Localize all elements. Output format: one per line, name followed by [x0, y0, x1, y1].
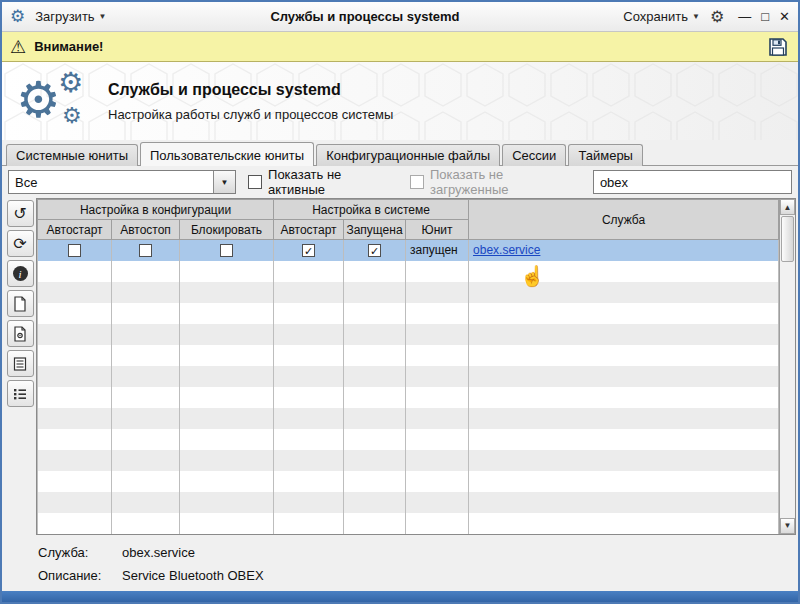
load-menu-button[interactable]: Загрузить ▼ [31, 6, 110, 27]
info-icon: i [13, 266, 28, 281]
info-button[interactable]: i [7, 260, 34, 287]
tab-sessions[interactable]: Сессии [502, 144, 566, 166]
search-input[interactable] [593, 170, 792, 194]
chevron-down-icon: ▼ [692, 12, 700, 21]
vertical-scrollbar[interactable]: ▲ ▼ [779, 199, 795, 534]
running-checkbox[interactable]: ✓ [368, 244, 381, 257]
page-subtitle: Настройка работы служб и процессов систе… [108, 107, 393, 122]
scroll-down-button[interactable]: ▼ [780, 518, 795, 534]
history-button[interactable]: ↺ [7, 200, 34, 227]
main-area: ↺ ⟳ i [2, 198, 798, 535]
service-value: obex.service [122, 545, 195, 560]
scrollbar-thumb[interactable] [781, 216, 794, 262]
table-row-empty[interactable] [38, 303, 779, 324]
table-row-empty[interactable] [38, 282, 779, 303]
save-menu-label: Сохранить [623, 9, 688, 24]
settings-gear-icon[interactable]: ⚙ [710, 9, 724, 25]
autostart-config-checkbox[interactable] [68, 244, 81, 257]
save-menu-button[interactable]: Сохранить ▼ [619, 6, 704, 27]
load-menu-label: Загрузить [35, 9, 94, 24]
floppy-icon [767, 36, 789, 58]
app-gear-icon: ⚙ [10, 8, 25, 25]
column-header-autostart-system: Автостарт [274, 220, 344, 240]
scrollbar-track[interactable] [780, 263, 795, 518]
show-inactive-checkbox[interactable]: Показать не активные [248, 167, 398, 197]
table-row-empty[interactable] [38, 387, 779, 408]
titlebar: ⚙ Загрузить ▼ Службы и процессы systemd … [2, 2, 798, 32]
autostart-system-checkbox[interactable]: ✓ [302, 244, 315, 257]
filter-dropdown-value: Все [9, 171, 213, 193]
page-title: Службы и процессы systemd [108, 81, 393, 99]
list-units-button[interactable] [7, 380, 34, 407]
block-checkbox[interactable] [220, 244, 233, 257]
tab-bar: Системные юниты Пользовательские юниты К… [2, 140, 798, 166]
table-row-selected[interactable]: ✓ ✓ запущен obex.service [38, 240, 779, 261]
table-row-empty[interactable] [38, 261, 779, 282]
file-icon [12, 296, 28, 312]
details-panel: Служба: obex.service Описание: Service B… [2, 535, 798, 591]
table-row-empty[interactable] [38, 450, 779, 471]
filter-dropdown[interactable]: Все ▼ [8, 170, 236, 194]
file-lines-icon [12, 356, 28, 372]
close-button[interactable]: ✕ [779, 10, 790, 23]
filter-row: Все ▼ Показать не активные Показать не з… [2, 166, 798, 198]
show-inactive-label: Показать не активные [268, 167, 398, 197]
show-unloaded-checkbox: Показать не загруженные [410, 167, 581, 197]
warning-icon: ⚠ [10, 38, 26, 56]
units-table-body: ✓ ✓ запущен obex.service [38, 240, 779, 534]
chevron-down-icon: ▼ [99, 12, 107, 21]
table-row-empty[interactable] [38, 345, 779, 366]
scroll-up-button[interactable]: ▲ [780, 199, 795, 215]
app-window: ⚙ Загрузить ▼ Службы и процессы systemd … [0, 0, 800, 604]
gear-small-icon: ⚙ [62, 105, 82, 127]
description-value: Service Bluetooth OBEX [122, 568, 264, 583]
maximize-button[interactable]: □ [761, 10, 769, 23]
tab-user-units[interactable]: Пользовательские юниты [140, 142, 314, 166]
column-header-autostart-config: Автостарт [38, 220, 112, 240]
units-table-container: Настройка в конфигурации Настройка в сис… [36, 198, 796, 535]
tab-config-files[interactable]: Конфигурационные файлы [316, 144, 500, 166]
units-table: Настройка в конфигурации Настройка в сис… [37, 199, 779, 534]
refresh-icon: ⟳ [13, 234, 26, 253]
dropdown-arrow-icon[interactable]: ▼ [213, 171, 235, 193]
refresh-button[interactable]: ⟳ [7, 230, 34, 257]
app-header: ⚙ ⚙ ⚙ Службы и процессы systemd Настройк… [2, 62, 798, 140]
table-row-empty[interactable] [38, 366, 779, 387]
gear-large-icon: ⚙ [16, 75, 61, 125]
warning-bar: ⚠ Внимание! [2, 32, 798, 62]
tab-system-units[interactable]: Системные юниты [6, 144, 138, 166]
column-header-block: Блокировать [180, 220, 274, 240]
table-row-empty[interactable] [38, 324, 779, 345]
side-toolbar: ↺ ⟳ i [4, 198, 36, 535]
table-row-empty[interactable] [38, 513, 779, 534]
service-link[interactable]: obex.service [473, 243, 540, 257]
description-label: Описание: [38, 568, 122, 583]
open-unit-file-button[interactable] [7, 290, 34, 317]
group-header-system: Настройка в системе [274, 200, 469, 220]
checkbox-box[interactable] [248, 175, 262, 189]
warning-text: Внимание! [34, 39, 103, 54]
view-log-button[interactable] [7, 350, 34, 377]
column-header-autostop: Автостоп [112, 220, 180, 240]
column-header-service: Служба [469, 200, 779, 240]
checkbox-box [410, 175, 424, 189]
table-row-empty[interactable] [38, 429, 779, 450]
app-logo: ⚙ ⚙ ⚙ [16, 69, 90, 133]
window-title: Службы и процессы systemd [117, 9, 614, 24]
gear-medium-icon: ⚙ [58, 69, 83, 97]
table-row-empty[interactable] [38, 471, 779, 492]
column-header-running: Запущена [344, 220, 406, 240]
table-row-empty[interactable] [38, 408, 779, 429]
table-row-empty[interactable] [38, 492, 779, 513]
minimize-button[interactable]: — [738, 10, 751, 23]
show-unloaded-label: Показать не загруженные [430, 167, 581, 197]
window-bottom-edge [2, 591, 798, 604]
autostop-checkbox[interactable] [139, 244, 152, 257]
edit-config-button[interactable] [7, 320, 34, 347]
undo-history-icon: ↺ [13, 204, 26, 223]
save-file-button[interactable] [766, 35, 790, 59]
column-header-unit: Юнит [406, 220, 469, 240]
service-label: Служба: [38, 545, 122, 560]
file-config-icon [12, 326, 28, 342]
tab-timers[interactable]: Таймеры [568, 144, 643, 166]
